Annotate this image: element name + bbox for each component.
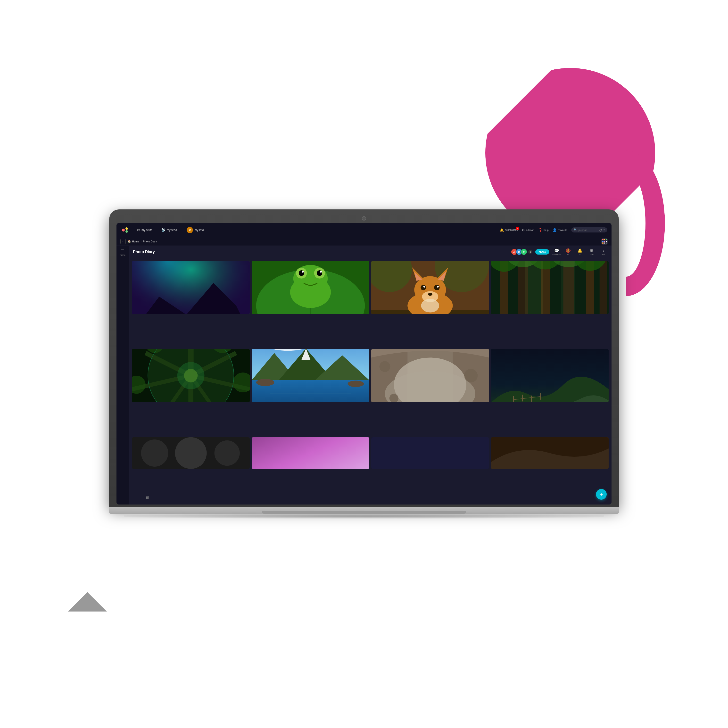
delete-icon[interactable]: 🗑 bbox=[145, 495, 150, 500]
laptop-camera bbox=[362, 216, 366, 220]
rewards-icon: 👤 bbox=[552, 228, 557, 232]
svg-rect-53 bbox=[561, 261, 575, 314]
avatar-group: A B C 3 bbox=[511, 248, 532, 255]
photo-arch[interactable] bbox=[371, 349, 489, 402]
photo-partial4[interactable] bbox=[491, 437, 609, 469]
laptop-screen: 🗂 my stuff 📡 my feed U my info bbox=[116, 223, 612, 505]
svg-rect-52 bbox=[525, 261, 543, 314]
svg-point-22 bbox=[320, 271, 322, 272]
svg-point-111 bbox=[214, 440, 240, 465]
search-input[interactable] bbox=[578, 229, 598, 231]
search-at-icon: @ bbox=[600, 229, 602, 231]
avatar-3: C bbox=[520, 248, 527, 255]
svg-rect-46 bbox=[600, 261, 607, 314]
app-logo[interactable] bbox=[121, 225, 130, 235]
breadcrumb-grid-button[interactable] bbox=[601, 238, 608, 245]
addon-icon: ⚙ bbox=[522, 228, 525, 232]
comments-action[interactable]: 💬 comments bbox=[552, 248, 561, 255]
photo-forest[interactable] bbox=[491, 261, 609, 314]
breadcrumb-home[interactable]: 🏠 Home bbox=[128, 240, 139, 243]
photo-partial1[interactable] bbox=[132, 437, 250, 469]
help-icon: ❓ bbox=[538, 228, 542, 232]
sidebar: ☰ menu bbox=[116, 246, 129, 505]
content-area: ☰ menu Photo Diary bbox=[116, 246, 612, 505]
view-icon: ▦ bbox=[590, 248, 593, 253]
svg-point-91 bbox=[379, 361, 390, 372]
photo-hills[interactable] bbox=[491, 349, 609, 402]
svg-point-35 bbox=[434, 285, 439, 290]
sort-icon: ↕ bbox=[602, 248, 604, 253]
notification-badge: 2 bbox=[515, 227, 519, 230]
nav-tab-my-info[interactable]: U my info bbox=[184, 226, 207, 234]
laptop-base bbox=[109, 507, 619, 514]
search-bar[interactable]: 🔍 @ ▾ bbox=[571, 227, 607, 232]
svg-point-1 bbox=[125, 227, 128, 230]
back-arrow-icon: ‹ bbox=[122, 240, 124, 243]
top-navigation: 🗂 my stuff 📡 my feed U my info bbox=[116, 223, 612, 237]
laptop: 🗂 my stuff 📡 my feed U my info bbox=[109, 210, 619, 518]
sidebar-menu-item[interactable]: ☰ menu bbox=[120, 249, 125, 256]
photo-partial3[interactable] bbox=[371, 437, 489, 469]
my-info-avatar: U bbox=[187, 227, 193, 233]
photo-fox[interactable] bbox=[371, 261, 489, 314]
search-icon: 🔍 bbox=[574, 228, 577, 231]
laptop-screen-outer: 🗂 my stuff 📡 my feed U my info bbox=[109, 210, 619, 507]
share-button[interactable]: share bbox=[535, 249, 549, 255]
notifications-button[interactable]: 🔔 notifications 2 bbox=[500, 228, 518, 232]
sort-action[interactable]: ↕ sort bbox=[599, 248, 608, 255]
svg-point-0 bbox=[122, 229, 125, 231]
laptop-shadow bbox=[124, 514, 604, 518]
avatar-count: 3 bbox=[528, 250, 532, 254]
header-right: A B C 3 share 💬 bbox=[511, 248, 608, 255]
photo-grid: 🗑 + bbox=[129, 258, 612, 505]
page-header: Photo Diary A B C 3 bbox=[129, 246, 612, 258]
page-title: Photo Diary bbox=[133, 250, 508, 254]
svg-point-2 bbox=[125, 230, 128, 233]
photo-trees[interactable] bbox=[132, 349, 250, 402]
breadcrumb-back-button[interactable]: ‹ bbox=[120, 239, 126, 244]
comments-icon: 💬 bbox=[554, 248, 559, 253]
photo-partial2[interactable] bbox=[252, 437, 369, 469]
svg-rect-114 bbox=[371, 437, 489, 469]
photo-lake[interactable] bbox=[252, 349, 369, 402]
svg-point-37 bbox=[437, 286, 439, 288]
nav-tab-my-feed[interactable]: 📡 my feed bbox=[159, 227, 180, 233]
folder-icon: 🗂 bbox=[137, 228, 140, 232]
main-content: Photo Diary A B C 3 bbox=[129, 246, 612, 505]
svg-point-65 bbox=[184, 369, 198, 382]
addon-button[interactable]: ⚙ add-on bbox=[522, 228, 534, 232]
trash-icon: 🗑 bbox=[145, 495, 150, 499]
off-action[interactable]: 🔕 off bbox=[564, 248, 573, 255]
svg-point-109 bbox=[141, 439, 168, 466]
feed-icon: 📡 bbox=[161, 228, 165, 232]
on-bell-icon: 🔔 bbox=[578, 248, 583, 253]
svg-point-39 bbox=[421, 299, 439, 312]
add-photo-button[interactable]: + bbox=[596, 489, 607, 500]
svg-point-82 bbox=[347, 381, 364, 387]
view-action[interactable]: ▦ view bbox=[587, 248, 596, 255]
svg-point-92 bbox=[464, 369, 477, 382]
on-action[interactable]: 🔔 on bbox=[576, 248, 584, 255]
help-button[interactable]: ❓ help bbox=[538, 228, 549, 232]
svg-point-36 bbox=[424, 286, 425, 288]
app-ui: 🗂 my stuff 📡 my feed U my info bbox=[116, 223, 612, 505]
svg-point-38 bbox=[428, 293, 433, 295]
bell-icon: 🔔 bbox=[500, 228, 504, 232]
svg-point-81 bbox=[256, 379, 274, 386]
search-dropdown-icon[interactable]: ▾ bbox=[604, 229, 605, 231]
svg-point-110 bbox=[175, 437, 207, 469]
svg-rect-112 bbox=[252, 437, 369, 469]
nav-tab-my-stuff[interactable]: 🗂 my stuff bbox=[134, 227, 154, 233]
photo-aurora[interactable] bbox=[132, 261, 250, 314]
breadcrumb-bar: ‹ 🏠 Home › Photo Diary bbox=[116, 237, 612, 246]
photo-frog[interactable] bbox=[252, 261, 369, 314]
scene: 🗂 my stuff 📡 my feed U my info bbox=[49, 49, 679, 679]
breadcrumb-current: Photo Diary bbox=[143, 240, 157, 243]
menu-icon: ☰ bbox=[121, 249, 124, 253]
svg-point-34 bbox=[421, 285, 426, 290]
breadcrumb-items: 🏠 Home › Photo Diary bbox=[128, 240, 600, 243]
rewards-button[interactable]: 👤 rewards bbox=[552, 228, 567, 232]
svg-point-21 bbox=[302, 271, 304, 272]
shadow-decoration bbox=[68, 592, 107, 612]
off-bell-icon: 🔕 bbox=[566, 248, 571, 253]
